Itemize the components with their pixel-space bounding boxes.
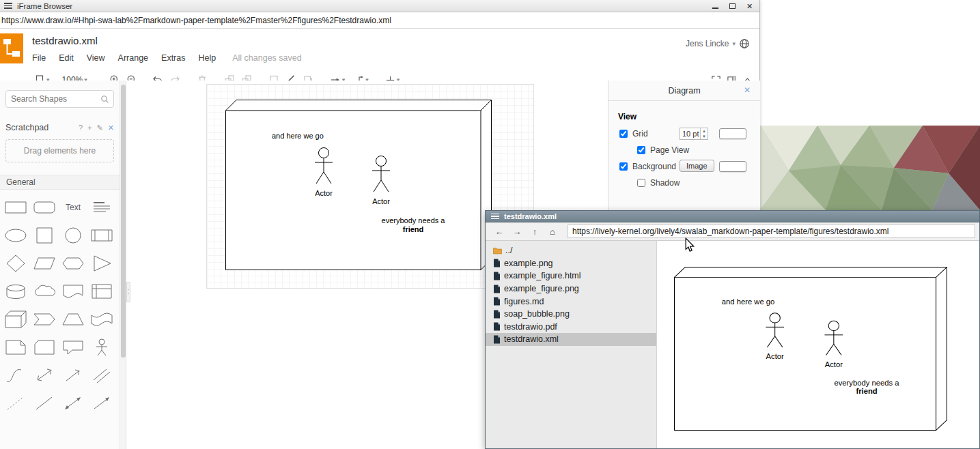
- shape-cloud[interactable]: [30, 277, 59, 305]
- file-list-item[interactable]: example.png: [486, 257, 656, 270]
- file-list-item[interactable]: figures.md: [486, 295, 656, 308]
- shape-process[interactable]: [87, 221, 116, 249]
- callout-icon: [59, 336, 87, 359]
- note-icon: [2, 336, 29, 359]
- close-button[interactable]: ✕: [741, 0, 758, 12]
- page-view-checkbox[interactable]: [637, 146, 645, 154]
- figure-caption-bottom-1[interactable]: everybody needs a: [382, 216, 446, 224]
- hamburger-menu-icon[interactable]: [4, 3, 12, 9]
- file-list-parent-dir[interactable]: ../: [486, 244, 656, 257]
- cube-shape[interactable]: [226, 100, 492, 270]
- spinner-up-icon[interactable]: ▲: [701, 128, 708, 134]
- image-button[interactable]: Image: [680, 160, 714, 172]
- background-color-swatch[interactable]: [719, 161, 746, 172]
- search-input[interactable]: [6, 94, 100, 104]
- background-checkbox[interactable]: [619, 162, 628, 171]
- grid-checkbox[interactable]: [619, 130, 628, 138]
- grid-size-stepper[interactable]: 10 pt ▲ ▼: [680, 128, 708, 140]
- shape-bidirectional-arrow[interactable]: [30, 361, 59, 389]
- menu-view[interactable]: View: [87, 53, 105, 63]
- menu-help[interactable]: Help: [199, 53, 216, 63]
- shadow-checkbox[interactable]: [637, 179, 645, 187]
- shape-actor[interactable]: [87, 333, 116, 361]
- shape-square[interactable]: [30, 221, 59, 249]
- shape-triangle[interactable]: [87, 249, 116, 277]
- textbox-icon: [88, 196, 115, 219]
- up-button[interactable]: ↑: [527, 224, 543, 239]
- browser-url-input[interactable]: [0, 12, 759, 29]
- shape-text[interactable]: Text: [59, 193, 87, 221]
- drawio-figure[interactable]: and here we go Actor: [225, 100, 492, 270]
- menu-file[interactable]: File: [32, 53, 46, 63]
- sidebar-splitter[interactable]: ⁚: [126, 282, 130, 302]
- close-icon[interactable]: ✕: [744, 85, 751, 95]
- file-list-item[interactable]: testdrawio.xml: [486, 333, 656, 346]
- shape-callout[interactable]: [59, 333, 87, 361]
- maximize-button[interactable]: [724, 0, 741, 12]
- scrollbar-thumb[interactable]: [121, 85, 126, 358]
- shape-note[interactable]: [1, 333, 30, 361]
- shape-ellipse[interactable]: [1, 221, 30, 249]
- shape-link[interactable]: [87, 361, 116, 389]
- close-icon[interactable]: ✕: [108, 124, 114, 132]
- shape-cube[interactable]: [1, 305, 30, 333]
- file-address-input[interactable]: [568, 224, 975, 238]
- shape-step[interactable]: [30, 305, 59, 333]
- edit-icon[interactable]: ✎: [97, 124, 103, 132]
- shape-internal-storage[interactable]: [87, 277, 116, 305]
- shape-dashed-line[interactable]: [1, 389, 30, 417]
- shape-tape[interactable]: [87, 305, 116, 333]
- link-icon: [88, 364, 115, 387]
- file-list-item[interactable]: example_figure.png: [486, 283, 656, 295]
- add-icon[interactable]: +: [87, 124, 92, 132]
- sidebar-scrollbar[interactable]: [120, 81, 126, 449]
- home-button[interactable]: ⌂: [544, 224, 561, 239]
- search-icon[interactable]: [100, 95, 109, 104]
- diagram-figure[interactable]: and here we go Actor: [225, 100, 492, 270]
- file-list-item[interactable]: example_figure.html: [486, 270, 656, 283]
- shape-directional-connector[interactable]: [87, 389, 116, 417]
- file-list-item[interactable]: soap_bubble.png: [486, 308, 656, 321]
- figure-caption-bottom-1: everybody needs a: [834, 379, 899, 387]
- shape-curve[interactable]: [1, 361, 30, 389]
- shape-cylinder[interactable]: [1, 277, 30, 305]
- file-window-titlebar[interactable]: testdrawio.xml: [486, 211, 979, 222]
- actor-label[interactable]: Actor: [372, 197, 390, 205]
- figure-caption-top[interactable]: and here we go: [272, 132, 324, 140]
- tab-diagram[interactable]: Diagram: [668, 86, 700, 96]
- hamburger-menu-icon[interactable]: [491, 214, 499, 220]
- window-titlebar[interactable]: iFrame Browser ✕: [0, 0, 759, 12]
- scratchpad-dropzone[interactable]: Drag elements here: [5, 139, 114, 162]
- shape-rectangle[interactable]: [1, 193, 30, 221]
- minimize-button[interactable]: [707, 0, 724, 12]
- shape-hexagon[interactable]: [59, 249, 87, 277]
- menu-edit[interactable]: Edit: [59, 53, 74, 63]
- user-menu[interactable]: Jens Lincke ▾: [686, 38, 750, 49]
- file-list-item[interactable]: testdrawio.pdf: [486, 321, 656, 334]
- section-general[interactable]: General: [0, 175, 120, 190]
- forward-button[interactable]: →: [509, 224, 525, 239]
- shape-rounded-rectangle[interactable]: [30, 193, 59, 221]
- file-name: testdrawio.xml: [504, 334, 559, 344]
- grid-color-swatch[interactable]: [719, 128, 746, 139]
- shape-bidirectional-connector[interactable]: [59, 389, 87, 417]
- globe-icon[interactable]: [739, 38, 750, 49]
- shape-diamond[interactable]: [1, 249, 30, 277]
- figure-caption-bottom-2[interactable]: friend: [403, 225, 424, 233]
- shape-parallelogram[interactable]: [30, 249, 59, 277]
- shape-circle[interactable]: [59, 221, 87, 249]
- menu-extras[interactable]: Extras: [161, 53, 185, 63]
- shape-arrow[interactable]: [59, 361, 87, 389]
- shape-document[interactable]: [59, 277, 87, 305]
- shape-line[interactable]: [30, 389, 59, 417]
- figure-caption-top: and here we go: [722, 298, 775, 306]
- cube-shape: [675, 267, 947, 430]
- menu-arrange[interactable]: Arrange: [118, 53, 148, 63]
- spinner-down-icon[interactable]: ▼: [701, 134, 708, 139]
- shape-card[interactable]: [30, 333, 59, 361]
- actor-label[interactable]: Actor: [315, 189, 333, 197]
- help-icon[interactable]: ?: [79, 124, 83, 132]
- back-button[interactable]: ←: [491, 224, 507, 239]
- shape-textbox[interactable]: [87, 193, 116, 221]
- shape-trapezoid[interactable]: [59, 305, 87, 333]
